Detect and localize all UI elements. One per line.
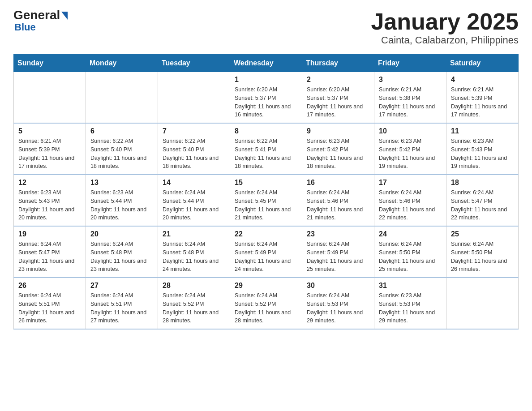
day-number: 10 xyxy=(379,127,442,135)
calendar-cell: 11Sunrise: 6:23 AMSunset: 5:43 PMDayligh… xyxy=(446,123,519,175)
day-number: 18 xyxy=(451,179,514,187)
day-info: Sunrise: 6:22 AMSunset: 5:40 PMDaylight:… xyxy=(90,137,153,171)
day-number: 15 xyxy=(235,179,297,187)
day-number: 29 xyxy=(235,282,297,290)
calendar-header-sunday: Sunday xyxy=(14,55,86,72)
day-number: 25 xyxy=(451,230,514,238)
calendar-cell: 18Sunrise: 6:24 AMSunset: 5:47 PMDayligh… xyxy=(446,175,519,226)
calendar-cell: 28Sunrise: 6:24 AMSunset: 5:52 PMDayligh… xyxy=(158,278,230,329)
calendar-header-wednesday: Wednesday xyxy=(230,55,302,72)
calendar-cell: 16Sunrise: 6:24 AMSunset: 5:46 PMDayligh… xyxy=(302,175,374,226)
day-number: 11 xyxy=(451,127,514,135)
day-info: Sunrise: 6:24 AMSunset: 5:46 PMDaylight:… xyxy=(307,188,369,222)
calendar-header-row: SundayMondayTuesdayWednesdayThursdayFrid… xyxy=(14,55,519,72)
day-info: Sunrise: 6:24 AMSunset: 5:50 PMDaylight:… xyxy=(379,240,442,274)
calendar-week-row: 26Sunrise: 6:24 AMSunset: 5:51 PMDayligh… xyxy=(14,278,519,329)
day-number: 1 xyxy=(235,76,297,84)
title-block: January 2025 Cainta, Calabarzon, Philipp… xyxy=(371,9,519,46)
calendar-cell: 5Sunrise: 6:21 AMSunset: 5:39 PMDaylight… xyxy=(14,123,86,175)
calendar-cell: 15Sunrise: 6:24 AMSunset: 5:45 PMDayligh… xyxy=(230,175,302,226)
calendar-cell: 2Sunrise: 6:20 AMSunset: 5:37 PMDaylight… xyxy=(302,72,374,124)
day-number: 24 xyxy=(379,230,442,238)
calendar-header-saturday: Saturday xyxy=(446,55,519,72)
day-info: Sunrise: 6:24 AMSunset: 5:48 PMDaylight:… xyxy=(163,240,225,274)
page-title: January 2025 xyxy=(371,9,519,34)
day-info: Sunrise: 6:24 AMSunset: 5:48 PMDaylight:… xyxy=(90,240,153,274)
day-number: 4 xyxy=(451,76,514,84)
day-info: Sunrise: 6:21 AMSunset: 5:39 PMDaylight:… xyxy=(18,137,81,171)
calendar-cell xyxy=(14,72,86,124)
calendar-cell: 19Sunrise: 6:24 AMSunset: 5:47 PMDayligh… xyxy=(14,226,86,278)
calendar-cell: 21Sunrise: 6:24 AMSunset: 5:48 PMDayligh… xyxy=(158,226,230,278)
day-number: 23 xyxy=(307,230,369,238)
day-number: 16 xyxy=(307,179,369,187)
day-info: Sunrise: 6:24 AMSunset: 5:51 PMDaylight:… xyxy=(90,291,153,325)
calendar-cell: 30Sunrise: 6:24 AMSunset: 5:53 PMDayligh… xyxy=(302,278,374,329)
calendar-cell: 20Sunrise: 6:24 AMSunset: 5:48 PMDayligh… xyxy=(86,226,158,278)
day-info: Sunrise: 6:20 AMSunset: 5:37 PMDaylight:… xyxy=(307,86,369,119)
calendar-cell: 3Sunrise: 6:21 AMSunset: 5:38 PMDaylight… xyxy=(374,72,446,124)
day-info: Sunrise: 6:23 AMSunset: 5:43 PMDaylight:… xyxy=(451,137,514,171)
day-info: Sunrise: 6:24 AMSunset: 5:52 PMDaylight:… xyxy=(163,291,225,325)
day-number: 6 xyxy=(90,127,153,135)
calendar-cell: 12Sunrise: 6:23 AMSunset: 5:43 PMDayligh… xyxy=(14,175,86,226)
day-number: 3 xyxy=(379,76,442,84)
day-number: 21 xyxy=(163,230,225,238)
day-info: Sunrise: 6:24 AMSunset: 5:49 PMDaylight:… xyxy=(307,240,369,274)
calendar-cell: 26Sunrise: 6:24 AMSunset: 5:51 PMDayligh… xyxy=(14,278,86,329)
day-number: 12 xyxy=(18,179,81,187)
day-number: 19 xyxy=(18,230,81,238)
calendar-cell: 1Sunrise: 6:20 AMSunset: 5:37 PMDaylight… xyxy=(230,72,302,124)
calendar-cell: 29Sunrise: 6:24 AMSunset: 5:52 PMDayligh… xyxy=(230,278,302,329)
day-info: Sunrise: 6:24 AMSunset: 5:47 PMDaylight:… xyxy=(18,240,81,274)
day-number: 26 xyxy=(18,282,81,290)
day-number: 5 xyxy=(18,127,81,135)
day-number: 20 xyxy=(90,230,153,238)
day-number: 9 xyxy=(307,127,369,135)
calendar-header-tuesday: Tuesday xyxy=(158,55,230,72)
calendar-week-row: 5Sunrise: 6:21 AMSunset: 5:39 PMDaylight… xyxy=(14,123,519,175)
calendar-cell xyxy=(446,278,519,329)
calendar-cell: 24Sunrise: 6:24 AMSunset: 5:50 PMDayligh… xyxy=(374,226,446,278)
calendar-cell: 7Sunrise: 6:22 AMSunset: 5:40 PMDaylight… xyxy=(158,123,230,175)
day-number: 8 xyxy=(235,127,297,135)
day-info: Sunrise: 6:23 AMSunset: 5:43 PMDaylight:… xyxy=(18,188,81,222)
calendar-cell: 17Sunrise: 6:24 AMSunset: 5:46 PMDayligh… xyxy=(374,175,446,226)
calendar-week-row: 19Sunrise: 6:24 AMSunset: 5:47 PMDayligh… xyxy=(14,226,519,278)
day-info: Sunrise: 6:24 AMSunset: 5:44 PMDaylight:… xyxy=(163,188,225,222)
day-number: 31 xyxy=(379,282,442,290)
day-info: Sunrise: 6:20 AMSunset: 5:37 PMDaylight:… xyxy=(235,86,297,119)
day-info: Sunrise: 6:24 AMSunset: 5:47 PMDaylight:… xyxy=(451,188,514,222)
day-info: Sunrise: 6:21 AMSunset: 5:39 PMDaylight:… xyxy=(451,86,514,119)
calendar-cell: 10Sunrise: 6:23 AMSunset: 5:42 PMDayligh… xyxy=(374,123,446,175)
calendar-cell: 6Sunrise: 6:22 AMSunset: 5:40 PMDaylight… xyxy=(86,123,158,175)
day-info: Sunrise: 6:24 AMSunset: 5:51 PMDaylight:… xyxy=(18,291,81,325)
subtitle: Cainta, Calabarzon, Philippines xyxy=(371,34,519,46)
calendar-cell: 22Sunrise: 6:24 AMSunset: 5:49 PMDayligh… xyxy=(230,226,302,278)
day-info: Sunrise: 6:23 AMSunset: 5:42 PMDaylight:… xyxy=(379,137,442,171)
calendar-cell: 23Sunrise: 6:24 AMSunset: 5:49 PMDayligh… xyxy=(302,226,374,278)
day-number: 30 xyxy=(307,282,369,290)
day-info: Sunrise: 6:22 AMSunset: 5:40 PMDaylight:… xyxy=(163,137,225,171)
calendar-cell xyxy=(86,72,158,124)
logo-blue-text: Blue xyxy=(14,21,36,33)
day-info: Sunrise: 6:23 AMSunset: 5:53 PMDaylight:… xyxy=(379,291,442,325)
calendar-header-thursday: Thursday xyxy=(302,55,374,72)
calendar-cell: 14Sunrise: 6:24 AMSunset: 5:44 PMDayligh… xyxy=(158,175,230,226)
calendar-week-row: 1Sunrise: 6:20 AMSunset: 5:37 PMDaylight… xyxy=(14,72,519,124)
calendar-cell: 4Sunrise: 6:21 AMSunset: 5:39 PMDaylight… xyxy=(446,72,519,124)
calendar-week-row: 12Sunrise: 6:23 AMSunset: 5:43 PMDayligh… xyxy=(14,175,519,226)
day-number: 13 xyxy=(90,179,153,187)
day-info: Sunrise: 6:22 AMSunset: 5:41 PMDaylight:… xyxy=(235,137,297,171)
calendar-cell: 9Sunrise: 6:23 AMSunset: 5:42 PMDaylight… xyxy=(302,123,374,175)
day-number: 28 xyxy=(163,282,225,290)
calendar-cell: 25Sunrise: 6:24 AMSunset: 5:50 PMDayligh… xyxy=(446,226,519,278)
calendar-cell xyxy=(158,72,230,124)
logo-triangle-icon xyxy=(61,12,68,20)
calendar-header-friday: Friday xyxy=(374,55,446,72)
day-number: 2 xyxy=(307,76,369,84)
day-info: Sunrise: 6:24 AMSunset: 5:49 PMDaylight:… xyxy=(235,240,297,274)
calendar-cell: 27Sunrise: 6:24 AMSunset: 5:51 PMDayligh… xyxy=(86,278,158,329)
page-header: General Blue January 2025 Cainta, Calaba… xyxy=(13,9,519,46)
logo: General Blue xyxy=(13,9,68,33)
